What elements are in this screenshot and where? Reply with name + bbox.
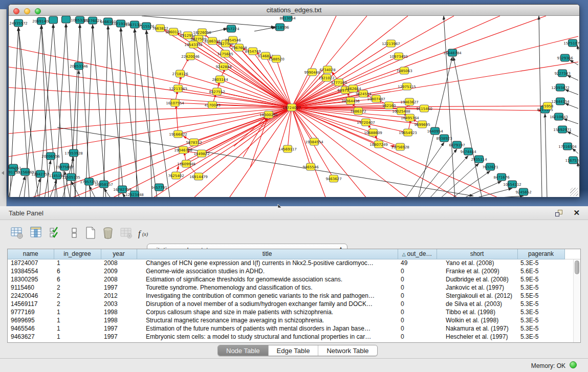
table-cell[interactable]: 1998 <box>101 316 137 324</box>
table-cell[interactable]: Estimation of significance thresholds fo… <box>137 275 398 283</box>
close-panel-icon[interactable]: ✕ <box>573 208 580 217</box>
node-table[interactable]: namein_degreeyeartitle△out_de…shortpager… <box>7 249 581 343</box>
table-cell[interactable]: 5.9E-5 <box>517 275 564 283</box>
table-row[interactable]: 1938455462009Genome-wide association stu… <box>8 267 581 275</box>
table-cell[interactable]: 2008 <box>101 275 137 283</box>
table-cell[interactable]: 19384554 <box>8 267 54 275</box>
table-cell[interactable]: 0 <box>398 333 437 341</box>
function-builder-icon[interactable]: f(x) <box>137 227 153 240</box>
table-row[interactable]: 2242004622012Investigating the contribut… <box>8 292 581 300</box>
table-cell[interactable]: Corpus callosum shape and size in male p… <box>137 308 398 316</box>
table-cell[interactable]: 5.3E-5 <box>517 316 564 324</box>
table-cell[interactable]: 9777169 <box>8 308 54 316</box>
table-row[interactable]: 1456911722003Disruption of a novel membe… <box>8 300 581 308</box>
row-height-icon[interactable] <box>68 226 81 239</box>
table-cell[interactable]: 1997 <box>101 333 137 341</box>
table-panel-header[interactable]: Table Panel ✕ <box>0 206 588 220</box>
table-row[interactable]: 946554611997Estimation of the future num… <box>8 324 581 333</box>
float-panel-icon[interactable] <box>555 210 563 217</box>
table-cell[interactable]: 0 <box>398 267 437 275</box>
new-document-icon[interactable] <box>84 226 97 239</box>
table-cell[interactable]: de Silva et al. (2003) <box>437 300 517 308</box>
table-cell[interactable]: 0 <box>398 316 437 324</box>
table-cell[interactable]: 2012 <box>101 292 137 300</box>
table-cell[interactable]: 9115460 <box>8 283 54 292</box>
table-row[interactable]: 911546021997Tourette syndrome. Phenomeno… <box>8 283 581 292</box>
window-resize-grip[interactable] <box>570 188 578 196</box>
table-cell[interactable]: Tourette syndrome. Phenomenology and cla… <box>137 283 398 292</box>
memory-status-indicator[interactable] <box>570 361 577 368</box>
table-cell[interactable]: 2008 <box>101 259 137 267</box>
table-cell[interactable]: 1997 <box>101 283 137 292</box>
table-cell[interactable]: 2009 <box>101 267 137 275</box>
select-columns-icon[interactable] <box>49 226 62 239</box>
table-cell[interactable]: Dudbridge et al. (2008) <box>437 275 517 283</box>
table-cell[interactable]: 1 <box>54 333 101 341</box>
table-cell[interactable]: 1998 <box>101 308 137 316</box>
table-cell[interactable]: Estimation of the future numbers of pati… <box>137 324 398 333</box>
table-cell[interactable]: 2 <box>54 300 101 308</box>
column-header-year[interactable]: year <box>101 249 137 259</box>
table-row[interactable]: 946362711997Embryonic stem cells: a mode… <box>8 333 581 341</box>
column-header-pagerank[interactable]: pagerank <box>517 249 564 259</box>
table-row[interactable]: 1872400712008Changes of HCN gene express… <box>8 259 581 267</box>
table-cell[interactable]: Nakamura et al. (1997) <box>437 324 517 333</box>
tab-node-table[interactable]: Node Table <box>218 345 269 356</box>
table-cell[interactable]: 0 <box>398 275 437 283</box>
scrollbar-thumb[interactable] <box>575 260 579 274</box>
table-mode-icon[interactable] <box>10 226 24 239</box>
column-header-name[interactable]: name <box>8 249 54 259</box>
table-cell[interactable]: 6 <box>54 275 101 283</box>
table-cell[interactable]: Embryonic stem cells: a model to study s… <box>137 333 398 341</box>
table-cell[interactable]: 0 <box>398 308 437 316</box>
table-cell[interactable]: 0 <box>398 324 437 333</box>
table-cell[interactable]: 9699695 <box>8 316 54 324</box>
tab-edge-table[interactable]: Edge Table <box>269 345 319 356</box>
table-cell[interactable]: 1997 <box>101 324 137 333</box>
table-cell[interactable]: 1 <box>54 324 101 333</box>
table-cell[interactable]: 5.5E-5 <box>517 292 564 300</box>
table-cell[interactable]: 49 <box>398 259 437 267</box>
table-cell[interactable]: Structural magnetic resonance image aver… <box>137 316 398 324</box>
table-cell[interactable]: 5.6E-5 <box>517 267 564 275</box>
table-cell[interactable]: 5.3E-5 <box>517 333 564 341</box>
table-cell[interactable]: 0 <box>398 283 437 292</box>
table-cell[interactable]: Genome-wide association studies in ADHD. <box>137 267 398 275</box>
table-cell[interactable]: 1 <box>54 259 101 267</box>
table-row[interactable]: 977716911998Corpus callosum shape and si… <box>8 308 581 316</box>
table-cell[interactable]: 5.3E-5 <box>517 283 564 292</box>
table-cell[interactable]: 1 <box>54 308 101 316</box>
table-cell[interactable]: Disruption of a novel member of a sodium… <box>137 300 398 308</box>
table-vertical-scrollbar[interactable] <box>573 259 580 343</box>
column-header-short[interactable]: short <box>437 249 517 259</box>
table-cell[interactable]: Tibbo et al. (1998) <box>437 308 517 316</box>
window-titlebar[interactable]: citations_edges.txt <box>9 5 579 16</box>
table-cell[interactable]: 18724007 <box>8 259 54 267</box>
table-cell[interactable]: 6 <box>54 267 101 275</box>
table-cell[interactable]: 9463627 <box>8 333 54 341</box>
show-columns-icon[interactable] <box>30 226 43 239</box>
table-cell[interactable]: 22420046 <box>8 292 54 300</box>
column-header-out_de[interactable]: △out_de… <box>398 249 437 259</box>
table-cell[interactable]: Yano et al. (2008) <box>437 259 517 267</box>
table-cell[interactable]: 0 <box>398 300 437 308</box>
tab-network-table[interactable]: Network Table <box>318 345 377 356</box>
table-cell[interactable]: 5.3E-5 <box>517 259 564 267</box>
delete-trash-icon[interactable] <box>101 226 115 239</box>
table-cell[interactable]: Stergiakouli et al. (2012) <box>437 292 517 300</box>
table-cell[interactable]: 2 <box>54 283 101 292</box>
table-cell[interactable]: Franke et al. (2009) <box>437 267 517 275</box>
network-view-window[interactable]: citations_edges.txt 24935572206914061065… <box>8 4 580 197</box>
left-collapsed-panel[interactable] <box>0 9 7 206</box>
table-cell[interactable]: 18300295 <box>8 275 54 283</box>
delete-table-icon[interactable] <box>120 226 133 239</box>
table-row[interactable]: 969969511998Structural magnetic resonanc… <box>8 316 581 324</box>
table-cell[interactable]: Investigating the contribution of common… <box>137 292 398 300</box>
table-cell[interactable]: Jankovic et al. (1997) <box>437 283 517 292</box>
network-canvas[interactable]: 2493557220691406106532871527602164661601… <box>9 16 579 197</box>
table-cell[interactable]: 14569117 <box>8 300 54 308</box>
table-cell[interactable]: 1 <box>54 316 101 324</box>
column-header-title[interactable]: title <box>137 249 398 259</box>
panel-collapse-handle[interactable] <box>2 171 4 175</box>
table-cell[interactable]: 9465546 <box>8 324 54 333</box>
